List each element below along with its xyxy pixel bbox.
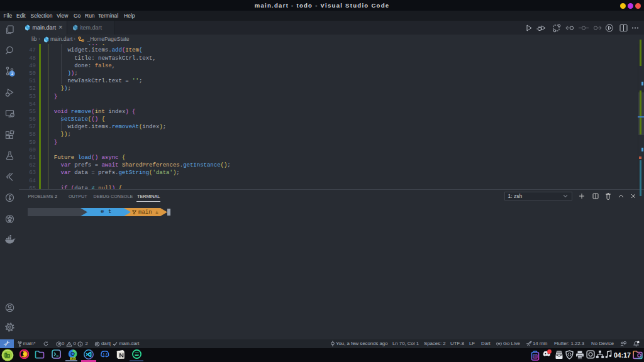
svg-text:DEV: DEV — [70, 358, 75, 360]
svg-text:3: 3 — [11, 71, 13, 75]
